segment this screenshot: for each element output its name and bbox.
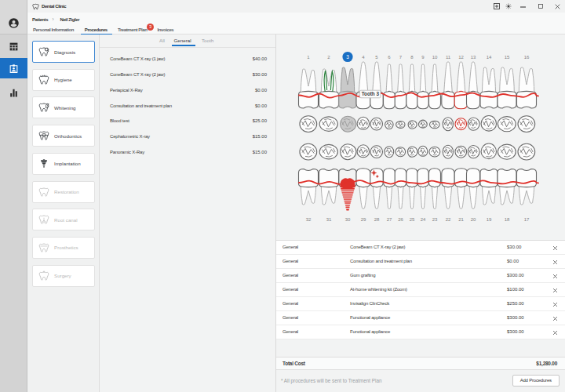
svg-text:22: 22 bbox=[446, 217, 451, 222]
svg-text:23: 23 bbox=[432, 217, 438, 222]
svg-text:16: 16 bbox=[524, 55, 530, 60]
svg-text:24: 24 bbox=[421, 217, 426, 222]
svg-text:11: 11 bbox=[446, 55, 451, 60]
svg-text:5: 5 bbox=[375, 55, 378, 60]
svg-text:3: 3 bbox=[346, 54, 349, 60]
svg-text:9: 9 bbox=[421, 55, 425, 60]
svg-text:20: 20 bbox=[471, 217, 476, 222]
svg-text:31: 31 bbox=[326, 217, 332, 222]
svg-text:25: 25 bbox=[410, 217, 415, 222]
svg-text:1: 1 bbox=[307, 55, 310, 60]
svg-text:7: 7 bbox=[399, 55, 403, 60]
svg-text:4: 4 bbox=[362, 55, 365, 60]
svg-text:26: 26 bbox=[398, 217, 403, 222]
svg-text:17: 17 bbox=[524, 217, 530, 222]
svg-text:29: 29 bbox=[361, 217, 366, 222]
svg-text:8: 8 bbox=[410, 55, 414, 60]
svg-text:30: 30 bbox=[345, 217, 351, 222]
svg-text:15: 15 bbox=[505, 55, 510, 60]
svg-text:13: 13 bbox=[471, 55, 476, 60]
svg-text:32: 32 bbox=[306, 217, 312, 222]
svg-text:28: 28 bbox=[374, 217, 380, 222]
svg-text:10: 10 bbox=[432, 55, 438, 60]
svg-text:21: 21 bbox=[458, 217, 464, 222]
svg-text:2: 2 bbox=[327, 55, 330, 60]
svg-text:19: 19 bbox=[487, 217, 492, 222]
svg-text:12: 12 bbox=[458, 55, 464, 60]
svg-text:Tooth 3: Tooth 3 bbox=[362, 91, 380, 96]
svg-text:27: 27 bbox=[387, 217, 392, 222]
svg-text:18: 18 bbox=[505, 217, 510, 222]
svg-text:6: 6 bbox=[388, 55, 391, 60]
svg-text:14: 14 bbox=[487, 55, 492, 60]
